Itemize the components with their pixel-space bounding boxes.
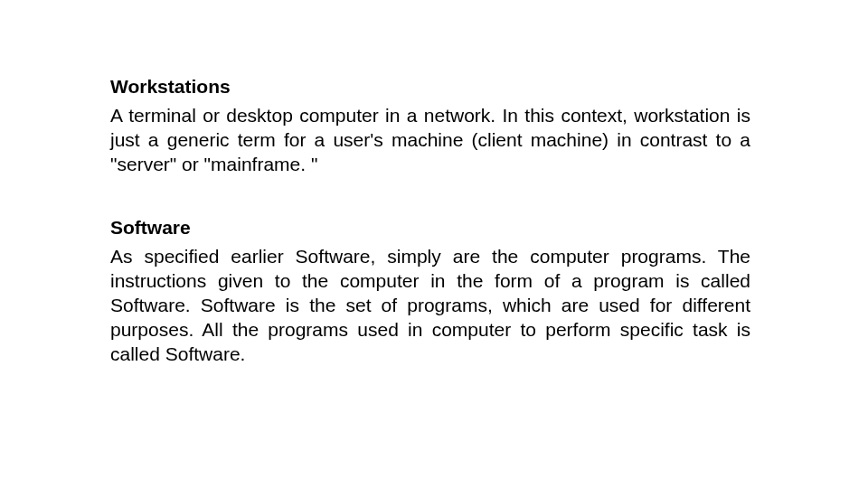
body-software: As specified earlier Software, simply ar… [110,245,750,366]
document-page: Workstations A terminal or desktop compu… [0,0,868,367]
section-workstations: Workstations A terminal or desktop compu… [110,74,750,177]
heading-workstations: Workstations [110,74,750,99]
body-workstations: A terminal or desktop computer in a netw… [110,104,750,177]
section-software: Software As specified earlier Software, … [110,215,750,367]
heading-software: Software [110,215,750,239]
